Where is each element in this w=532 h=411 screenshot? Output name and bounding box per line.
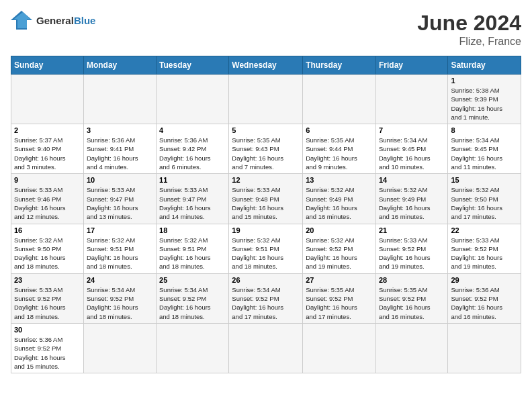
day-info: Sunrise: 5:32 AM Sunset: 9:50 PM Dayligh… (451, 185, 518, 221)
calendar-cell: 6Sunrise: 5:35 AM Sunset: 9:44 PM Daylig… (303, 124, 376, 174)
day-info: Sunrise: 5:32 AM Sunset: 9:51 PM Dayligh… (87, 236, 153, 271)
calendar-cell: 13Sunrise: 5:32 AM Sunset: 9:49 PM Dayli… (303, 174, 376, 224)
day-number: 12 (232, 176, 300, 184)
day-number: 19 (232, 226, 300, 234)
day-number: 25 (159, 276, 226, 284)
calendar-cell: 23Sunrise: 5:33 AM Sunset: 9:52 PM Dayli… (11, 273, 84, 323)
calendar-cell: 15Sunrise: 5:32 AM Sunset: 9:50 PM Dayli… (448, 174, 521, 224)
day-number: 23 (14, 276, 81, 284)
day-number: 2 (14, 126, 81, 134)
day-info: Sunrise: 5:38 AM Sunset: 9:39 PM Dayligh… (451, 86, 518, 122)
calendar-cell (157, 75, 229, 124)
title-area: June 2024 Flize, France (417, 11, 521, 48)
calendar-cell (83, 323, 156, 373)
day-number: 7 (379, 126, 445, 134)
day-number: 27 (306, 276, 373, 284)
calendar-cell: 4Sunrise: 5:36 AM Sunset: 9:42 PM Daylig… (157, 124, 229, 174)
day-info: Sunrise: 5:35 AM Sunset: 9:52 PM Dayligh… (379, 285, 445, 321)
day-info: Sunrise: 5:32 AM Sunset: 9:49 PM Dayligh… (379, 185, 445, 221)
calendar-cell: 28Sunrise: 5:35 AM Sunset: 9:52 PM Dayli… (375, 273, 447, 323)
calendar-cell: 11Sunrise: 5:33 AM Sunset: 9:47 PM Dayli… (157, 174, 229, 224)
day-number: 24 (87, 276, 153, 284)
calendar-cell (11, 75, 84, 124)
day-info: Sunrise: 5:32 AM Sunset: 9:52 PM Dayligh… (306, 236, 373, 271)
day-info: Sunrise: 5:32 AM Sunset: 9:51 PM Dayligh… (159, 236, 226, 271)
week-row-5: 23Sunrise: 5:33 AM Sunset: 9:52 PM Dayli… (11, 273, 521, 323)
weekday-header-thursday: Thursday (303, 56, 376, 75)
day-number: 26 (232, 276, 300, 284)
calendar-cell: 3Sunrise: 5:36 AM Sunset: 9:41 PM Daylig… (83, 124, 156, 174)
weekday-header-row: SundayMondayTuesdayWednesdayThursdayFrid… (11, 56, 521, 75)
calendar-cell (448, 323, 521, 373)
day-number: 10 (87, 176, 153, 184)
day-info: Sunrise: 5:34 AM Sunset: 9:52 PM Dayligh… (87, 285, 153, 321)
day-number: 14 (379, 176, 445, 184)
day-info: Sunrise: 5:35 AM Sunset: 9:43 PM Dayligh… (232, 136, 300, 171)
day-info: Sunrise: 5:34 AM Sunset: 9:45 PM Dayligh… (379, 136, 445, 171)
day-info: Sunrise: 5:32 AM Sunset: 9:50 PM Dayligh… (14, 236, 81, 271)
calendar-cell: 25Sunrise: 5:34 AM Sunset: 9:52 PM Dayli… (157, 273, 229, 323)
calendar-cell: 19Sunrise: 5:32 AM Sunset: 9:51 PM Dayli… (229, 224, 303, 273)
day-info: Sunrise: 5:32 AM Sunset: 9:49 PM Dayligh… (306, 185, 373, 221)
day-number: 8 (451, 126, 518, 134)
logo-text: GeneralBlue (36, 15, 95, 26)
calendar-cell (157, 323, 229, 373)
day-number: 20 (306, 226, 373, 234)
week-row-3: 9Sunrise: 5:33 AM Sunset: 9:46 PM Daylig… (11, 174, 521, 224)
calendar-cell (83, 75, 156, 124)
day-number: 3 (87, 126, 153, 134)
day-number: 18 (159, 226, 226, 234)
day-number: 21 (379, 226, 445, 234)
day-number: 4 (159, 126, 226, 134)
day-info: Sunrise: 5:33 AM Sunset: 9:46 PM Dayligh… (14, 185, 81, 221)
day-number: 17 (87, 226, 153, 234)
day-info: Sunrise: 5:33 AM Sunset: 9:52 PM Dayligh… (14, 285, 81, 321)
day-number: 5 (232, 126, 300, 134)
calendar-cell (303, 75, 376, 124)
calendar-cell: 24Sunrise: 5:34 AM Sunset: 9:52 PM Dayli… (83, 273, 156, 323)
logo-icon (11, 11, 32, 30)
calendar-table: SundayMondayTuesdayWednesdayThursdayFrid… (11, 56, 521, 373)
weekday-header-tuesday: Tuesday (157, 56, 229, 75)
week-row-6: 30Sunrise: 5:36 AM Sunset: 9:52 PM Dayli… (11, 323, 521, 373)
calendar-cell: 2Sunrise: 5:37 AM Sunset: 9:40 PM Daylig… (11, 124, 84, 174)
calendar-cell: 14Sunrise: 5:32 AM Sunset: 9:49 PM Dayli… (375, 174, 447, 224)
day-number: 1 (451, 77, 518, 85)
day-number: 28 (379, 276, 445, 284)
day-info: Sunrise: 5:34 AM Sunset: 9:52 PM Dayligh… (232, 285, 300, 321)
day-info: Sunrise: 5:34 AM Sunset: 9:52 PM Dayligh… (159, 285, 226, 321)
header: GeneralBlue June 2024 Flize, France (11, 11, 521, 48)
weekday-header-wednesday: Wednesday (229, 56, 303, 75)
calendar-cell: 21Sunrise: 5:33 AM Sunset: 9:52 PM Dayli… (375, 224, 447, 273)
day-info: Sunrise: 5:33 AM Sunset: 9:47 PM Dayligh… (159, 185, 226, 221)
day-info: Sunrise: 5:36 AM Sunset: 9:52 PM Dayligh… (451, 285, 518, 321)
month-year-title: June 2024 (417, 11, 521, 36)
weekday-header-saturday: Saturday (448, 56, 521, 75)
calendar-cell (375, 75, 447, 124)
calendar-cell: 16Sunrise: 5:32 AM Sunset: 9:50 PM Dayli… (11, 224, 84, 273)
calendar-cell: 27Sunrise: 5:35 AM Sunset: 9:52 PM Dayli… (303, 273, 376, 323)
day-info: Sunrise: 5:32 AM Sunset: 9:51 PM Dayligh… (232, 236, 300, 271)
calendar-cell: 9Sunrise: 5:33 AM Sunset: 9:46 PM Daylig… (11, 174, 84, 224)
day-number: 13 (306, 176, 373, 184)
calendar-cell: 29Sunrise: 5:36 AM Sunset: 9:52 PM Dayli… (448, 273, 521, 323)
calendar-cell: 17Sunrise: 5:32 AM Sunset: 9:51 PM Dayli… (83, 224, 156, 273)
day-number: 16 (14, 226, 81, 234)
week-row-2: 2Sunrise: 5:37 AM Sunset: 9:40 PM Daylig… (11, 124, 521, 174)
location-subtitle: Flize, France (417, 36, 521, 48)
day-info: Sunrise: 5:36 AM Sunset: 9:52 PM Dayligh… (14, 335, 81, 371)
weekday-header-friday: Friday (375, 56, 447, 75)
day-number: 30 (14, 326, 81, 334)
day-number: 6 (306, 126, 373, 134)
calendar-cell: 8Sunrise: 5:34 AM Sunset: 9:45 PM Daylig… (448, 124, 521, 174)
calendar-cell (229, 323, 303, 373)
weekday-header-sunday: Sunday (11, 56, 84, 75)
day-info: Sunrise: 5:34 AM Sunset: 9:45 PM Dayligh… (451, 136, 518, 171)
calendar-cell: 7Sunrise: 5:34 AM Sunset: 9:45 PM Daylig… (375, 124, 447, 174)
week-row-4: 16Sunrise: 5:32 AM Sunset: 9:50 PM Dayli… (11, 224, 521, 273)
day-info: Sunrise: 5:36 AM Sunset: 9:41 PM Dayligh… (87, 136, 153, 171)
calendar-cell: 12Sunrise: 5:33 AM Sunset: 9:48 PM Dayli… (229, 174, 303, 224)
day-number: 11 (159, 176, 226, 184)
week-row-1: 1Sunrise: 5:38 AM Sunset: 9:39 PM Daylig… (11, 75, 521, 124)
day-number: 9 (14, 176, 81, 184)
